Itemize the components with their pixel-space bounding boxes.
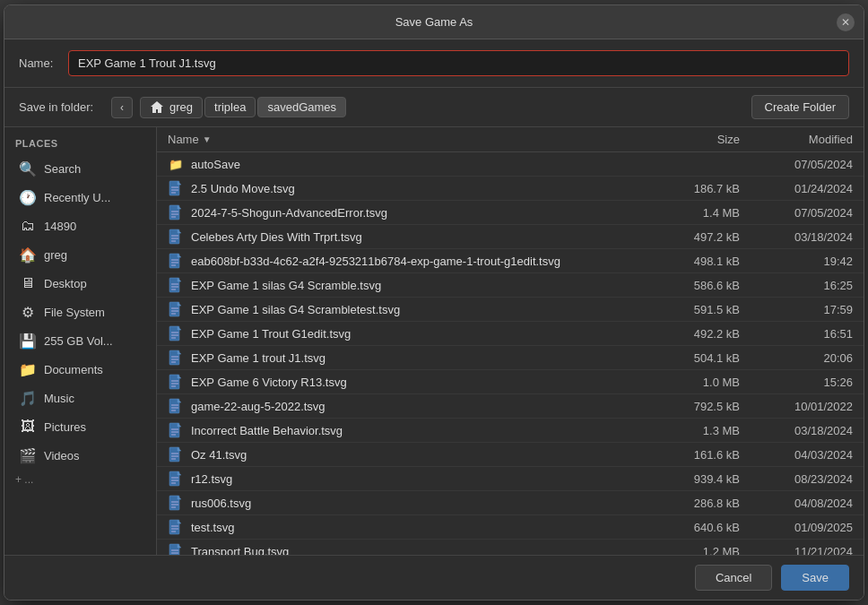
table-row[interactable]: 📁 autoSave 07/05/2024 xyxy=(157,152,864,177)
file-size: 161.6 kB xyxy=(673,448,754,462)
file-modified: 16:25 xyxy=(754,279,853,292)
table-row[interactable]: EXP Game 6 Victory R13.tsvg 1.0 MB 15:26 xyxy=(157,370,864,394)
file-modified: 03/18/2024 xyxy=(754,230,853,244)
table-row[interactable]: EXP Game 1 silas G4 Scramble.tsvg 586.6 … xyxy=(157,273,864,298)
sidebar-item-filesystem[interactable]: ⚙ File System xyxy=(8,298,152,326)
table-row[interactable]: Incorrect Battle Behavior.tsvg 1.3 MB 03… xyxy=(157,419,864,443)
sidebar-item-label-videos: Videos xyxy=(44,449,80,462)
sidebar-item-desktop[interactable]: 🖥 Desktop xyxy=(8,269,152,298)
tsvg-file-icon xyxy=(168,180,184,196)
save-dialog: Save Game As ✕ Name: Save in folder: ‹ g… xyxy=(4,4,864,601)
file-size: 286.8 kB xyxy=(673,497,754,510)
save-button[interactable]: Save xyxy=(781,565,849,591)
file-name: Celebes Arty Dies With Trprt.tsvg xyxy=(191,230,673,244)
file-size: 186.7 kB xyxy=(673,182,754,195)
file-modified: 10/01/2022 xyxy=(754,400,853,413)
breadcrumb-triplea-label: triplea xyxy=(214,100,246,114)
sidebar-item-14890[interactable]: 🗂 14890 xyxy=(8,212,152,240)
file-name: EXP Game 1 Trout G1edit.tsvg xyxy=(191,327,673,341)
file-icon-svg xyxy=(169,204,183,220)
table-row[interactable]: Oz 41.tsvg 161.6 kB 04/03/2024 xyxy=(157,443,864,467)
sidebar-item-label-14890: 14890 xyxy=(44,220,76,233)
file-size: 498.1 kB xyxy=(673,255,754,268)
create-folder-button[interactable]: Create Folder xyxy=(751,95,849,119)
breadcrumb-triplea[interactable]: triplea xyxy=(204,97,256,117)
file-size: 504.1 kB xyxy=(673,351,754,365)
file-icon-svg xyxy=(169,543,183,555)
tsvg-file-icon xyxy=(168,253,184,269)
recent-icon: 🕐 xyxy=(19,188,37,206)
sidebar-item-videos[interactable]: 🎬 Videos xyxy=(8,441,152,470)
table-row[interactable]: Celebes Arty Dies With Trprt.tsvg 497.2 … xyxy=(157,225,864,249)
file-icon-svg xyxy=(169,374,183,390)
file-name: game-22-aug-5-2022.tsvg xyxy=(191,400,673,413)
title-bar: Save Game As ✕ xyxy=(4,5,864,39)
table-row[interactable]: EXP Game 1 silas G4 Scrambletest.tsvg 59… xyxy=(157,298,864,322)
file-name: Incorrect Battle Behavior.tsvg xyxy=(191,424,673,437)
file-modified: 08/23/2024 xyxy=(754,472,853,486)
sidebar: Places 🔍 Search 🕐 Recently U... 🗂 14890 … xyxy=(4,127,157,555)
breadcrumb-home-label: greg xyxy=(169,100,193,114)
file-modified: 04/08/2024 xyxy=(754,497,853,510)
sidebar-item-search[interactable]: 🔍 Search xyxy=(8,154,152,183)
breadcrumb-home[interactable]: greg xyxy=(140,97,203,118)
column-name-header[interactable]: Name ▼ xyxy=(168,133,673,146)
table-row[interactable]: r12.tsvg 939.4 kB 08/23/2024 xyxy=(157,467,864,491)
tsvg-file-icon xyxy=(168,325,184,341)
sidebar-item-label-recent: Recently U... xyxy=(44,191,110,204)
table-row[interactable]: test.tsvg 640.6 kB 01/09/2025 xyxy=(157,515,864,540)
videos-icon: 🎬 xyxy=(19,446,37,464)
file-size: 586.6 kB xyxy=(673,279,754,292)
table-row[interactable]: Transport Bug.tsvg 1.2 MB 11/21/2024 xyxy=(157,540,864,555)
file-icon-svg xyxy=(169,253,183,269)
home-icon xyxy=(150,100,164,115)
desktop-icon: 🖥 xyxy=(19,274,37,292)
file-modified: 07/05/2024 xyxy=(754,206,853,220)
table-row[interactable]: rus006.tsvg 286.8 kB 04/08/2024 xyxy=(157,491,864,515)
sidebar-add-row[interactable]: + ... xyxy=(4,470,156,489)
breadcrumb-savedgames[interactable]: savedGames xyxy=(257,97,346,117)
file-name: Oz 41.tsvg xyxy=(191,448,673,462)
table-row[interactable]: 2024-7-5-Shogun-AdvancedError.tsvg 1.4 M… xyxy=(157,201,864,225)
column-size-header[interactable]: Size xyxy=(673,133,754,146)
folder-row: Save in folder: ‹ greg triplea savedGame… xyxy=(4,88,864,127)
file-icon-svg xyxy=(169,277,183,293)
column-modified-header[interactable]: Modified xyxy=(754,133,853,146)
file-table-header: Name ▼ Size Modified xyxy=(157,127,864,152)
file-size: 1.2 MB xyxy=(673,545,754,556)
breadcrumb: greg triplea savedGames xyxy=(140,97,346,118)
sidebar-item-label-search: Search xyxy=(44,162,81,176)
close-button[interactable]: ✕ xyxy=(837,13,855,31)
sidebar-item-recent[interactable]: 🕐 Recently U... xyxy=(8,183,152,212)
sidebar-item-pictures[interactable]: 🖼 Pictures xyxy=(8,412,152,441)
back-button[interactable]: ‹ xyxy=(111,97,133,118)
table-row[interactable]: 2.5 Undo Move.tsvg 186.7 kB 01/24/2024 xyxy=(157,177,864,201)
file-name: EXP Game 1 silas G4 Scrambletest.tsvg xyxy=(191,303,673,316)
sidebar-item-documents[interactable]: 📁 Documents xyxy=(8,355,152,384)
sidebar-item-label-filesystem: File System xyxy=(44,306,105,319)
file-name: test.tsvg xyxy=(191,521,673,534)
sidebar-item-greg[interactable]: 🏠 greg xyxy=(8,240,152,269)
table-row[interactable]: EXP Game 1 trout J1.tsvg 504.1 kB 20:06 xyxy=(157,346,864,370)
cancel-button[interactable]: Cancel xyxy=(695,565,772,591)
table-row[interactable]: EXP Game 1 Trout G1edit.tsvg 492.2 kB 16… xyxy=(157,322,864,346)
name-row: Name: xyxy=(4,39,864,88)
file-modified: 04/03/2024 xyxy=(754,448,853,462)
file-icon-svg xyxy=(169,180,183,196)
footer: Cancel Save xyxy=(4,555,864,600)
sidebar-item-music[interactable]: 🎵 Music xyxy=(8,384,152,412)
file-size: 1.0 MB xyxy=(673,376,754,389)
file-size: 497.2 kB xyxy=(673,230,754,244)
sidebar-item-255gbvol[interactable]: 💾 255 GB Vol... xyxy=(8,326,152,355)
file-modified: 07/05/2024 xyxy=(754,158,853,171)
filename-input[interactable] xyxy=(68,50,849,76)
table-row[interactable]: eab608bf-b33d-4c62-a2f4-9253211b6784-exp… xyxy=(157,249,864,273)
sidebar-item-label-desktop: Desktop xyxy=(44,277,87,290)
pictures-icon: 🖼 xyxy=(19,418,37,436)
table-row[interactable]: game-22-aug-5-2022.tsvg 792.5 kB 10/01/2… xyxy=(157,394,864,419)
file-modified: 17:59 xyxy=(754,303,853,316)
file-modified: 15:26 xyxy=(754,376,853,389)
file-icon-svg xyxy=(169,229,183,245)
file-name: EXP Game 6 Victory R13.tsvg xyxy=(191,376,673,389)
tsvg-file-icon xyxy=(168,229,184,245)
